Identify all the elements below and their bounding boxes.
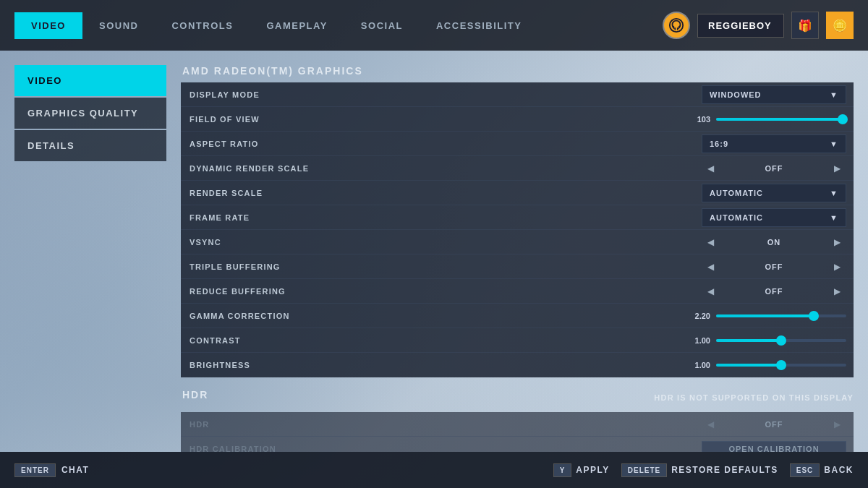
label-hdr: HDR <box>181 420 398 429</box>
slider-brightness: 1.00 <box>405 361 846 369</box>
toggle-triple-buffering: ◀ OFF ▶ <box>702 257 846 276</box>
row-triple-buffering: TRIPLE BUFFERING ◀ OFF ▶ <box>181 254 854 279</box>
slider-gamma-thumb <box>809 311 819 321</box>
toggle-vsync-right[interactable]: ▶ <box>828 237 846 247</box>
label-reduce-buffering: REDUCE BUFFERING <box>181 287 398 296</box>
slider-brightness-track[interactable] <box>716 364 846 367</box>
settings-panel: AMD RADEON(TM) GRAPHICS DISPLAY MODE WIN… <box>181 65 854 452</box>
value-reduce-buffering: ◀ OFF ▶ <box>398 282 854 301</box>
row-hdr: HDR ◀ OFF ▶ <box>181 412 854 437</box>
value-field-of-view: 103 <box>398 115 854 124</box>
slider-brightness-thumb <box>776 360 786 370</box>
hdr-section: HDR HDR IS NOT SUPPORTED ON THIS DISPLAY… <box>181 389 854 452</box>
gift-button[interactable]: 🎁 <box>791 12 819 39</box>
toggle-rb-right[interactable]: ▶ <box>828 286 846 296</box>
open-calibration-button: OPEN CALIBRATION <box>702 441 846 452</box>
toggle-tb-right[interactable]: ▶ <box>828 262 846 272</box>
slider-fov-thumb <box>838 114 848 124</box>
slider-gamma-value: 2.20 <box>685 312 710 320</box>
dropdown-display-mode[interactable]: WINDOWED ▼ <box>702 85 846 104</box>
main-content: VIDEO GRAPHICS QUALITY DETAILS AMD RADEO… <box>0 51 868 452</box>
tab-sound[interactable]: SOUND <box>82 12 155 39</box>
delete-key-badge: DELETE <box>621 463 667 477</box>
row-field-of-view: FIELD OF VIEW 103 <box>181 107 854 132</box>
apply-action: Y APPLY <box>553 463 610 477</box>
toggle-hdr-right: ▶ <box>828 419 846 429</box>
main-settings-rows: DISPLAY MODE WINDOWED ▼ FIELD OF VIEW 10… <box>181 82 854 377</box>
row-aspect-ratio: ASPECT RATIO 16:9 ▼ <box>181 132 854 156</box>
row-dynamic-render-scale: DYNAMIC RENDER SCALE ◀ OFF ▶ <box>181 156 854 181</box>
toggle-rb-left[interactable]: ◀ <box>702 286 720 296</box>
value-hdr-calibration: OPEN CALIBRATION <box>398 441 854 452</box>
currency-button[interactable]: 🪙 <box>826 12 854 39</box>
slider-fov-fill <box>716 118 843 121</box>
value-hdr: ◀ OFF ▶ <box>398 415 854 434</box>
sidebar-item-details[interactable]: DETAILS <box>14 130 166 161</box>
toggle-tb-left[interactable]: ◀ <box>702 262 720 272</box>
hdr-section-title: HDR <box>181 389 208 401</box>
back-label: BACK <box>824 465 854 475</box>
apply-label: APPLY <box>576 465 609 475</box>
toggle-vsync-value: ON <box>720 238 828 247</box>
value-brightness: 1.00 <box>398 361 854 369</box>
toggle-hdr: ◀ OFF ▶ <box>702 415 846 434</box>
dropdown-frame-rate[interactable]: AUTOMATIC ▼ <box>702 208 846 227</box>
slider-gamma: 2.20 <box>405 312 846 320</box>
dropdown-aspect-ratio[interactable]: 16:9 ▼ <box>702 134 846 153</box>
toggle-drs-value: OFF <box>720 164 828 173</box>
row-hdr-calibration: HDR CALIBRATION OPEN CALIBRATION <box>181 437 854 452</box>
tab-video[interactable]: VIDEO <box>14 12 82 39</box>
slider-fov-track[interactable] <box>716 118 846 121</box>
row-gamma-correction: GAMMA CORRECTION 2.20 <box>181 304 854 328</box>
dropdown-render-scale[interactable]: AUTOMATIC ▼ <box>702 184 846 202</box>
hdr-warning: HDR IS NOT SUPPORTED ON THIS DISPLAY <box>654 393 854 402</box>
toggle-right-arrow[interactable]: ▶ <box>828 163 846 174</box>
slider-brightness-value: 1.00 <box>685 361 710 369</box>
username-display: REGGIEBOY <box>697 14 784 38</box>
toggle-vsync: ◀ ON ▶ <box>702 233 846 252</box>
slider-fov-value: 103 <box>685 115 710 124</box>
sidebar: VIDEO GRAPHICS QUALITY DETAILS <box>14 65 166 452</box>
row-display-mode: DISPLAY MODE WINDOWED ▼ <box>181 82 854 107</box>
row-render-scale: RENDER SCALE AUTOMATIC ▼ <box>181 181 854 205</box>
label-triple-buffering: TRIPLE BUFFERING <box>181 262 398 271</box>
slider-contrast: 1.00 <box>405 336 846 345</box>
toggle-rb-value: OFF <box>720 287 828 296</box>
toggle-dynamic-render-scale: ◀ OFF ▶ <box>702 159 846 178</box>
label-frame-rate: FRAME RATE <box>181 213 398 222</box>
slider-gamma-fill <box>716 314 814 317</box>
row-contrast: CONTRAST 1.00 <box>181 328 854 353</box>
value-vsync: ◀ ON ▶ <box>398 233 854 252</box>
label-contrast: CONTRAST <box>181 336 398 345</box>
toggle-hdr-left: ◀ <box>702 419 720 429</box>
row-frame-rate: FRAME RATE AUTOMATIC ▼ <box>181 205 854 230</box>
row-reduce-buffering: REDUCE BUFFERING ◀ OFF ▶ <box>181 279 854 304</box>
slider-fov: 103 <box>405 115 846 124</box>
slider-contrast-track[interactable] <box>716 339 846 342</box>
dropdown-arrow: ▼ <box>830 90 838 99</box>
toggle-left-arrow[interactable]: ◀ <box>702 163 720 174</box>
tab-social[interactable]: SOCIAL <box>344 12 420 39</box>
value-gamma-correction: 2.20 <box>398 312 854 320</box>
toggle-vsync-left[interactable]: ◀ <box>702 237 720 247</box>
label-render-scale: RENDER SCALE <box>181 189 398 197</box>
hdr-header: HDR HDR IS NOT SUPPORTED ON THIS DISPLAY <box>181 389 854 406</box>
tab-accessibility[interactable]: ACCESSIBILITY <box>420 12 538 39</box>
enter-key-badge: ENTER <box>14 463 56 477</box>
tab-gameplay[interactable]: GAMEPLAY <box>250 12 344 39</box>
apply-key-badge: Y <box>553 463 572 477</box>
slider-brightness-fill <box>716 364 781 367</box>
value-aspect-ratio: 16:9 ▼ <box>398 134 854 153</box>
label-hdr-calibration: HDR CALIBRATION <box>181 445 398 452</box>
label-gamma-correction: GAMMA CORRECTION <box>181 312 398 320</box>
tab-controls[interactable]: CONTROLS <box>155 12 250 39</box>
main-section-title: AMD RADEON(TM) GRAPHICS <box>181 65 854 77</box>
value-dynamic-render-scale: ◀ OFF ▶ <box>398 159 854 178</box>
dropdown-arrow-ar: ▼ <box>830 140 838 148</box>
sidebar-item-video[interactable]: VIDEO <box>14 65 166 96</box>
label-vsync: VSYNC <box>181 238 398 247</box>
value-triple-buffering: ◀ OFF ▶ <box>398 257 854 276</box>
sidebar-item-graphics-quality[interactable]: GRAPHICS QUALITY <box>14 98 166 129</box>
value-frame-rate: AUTOMATIC ▼ <box>398 208 854 227</box>
slider-gamma-track[interactable] <box>716 314 846 317</box>
